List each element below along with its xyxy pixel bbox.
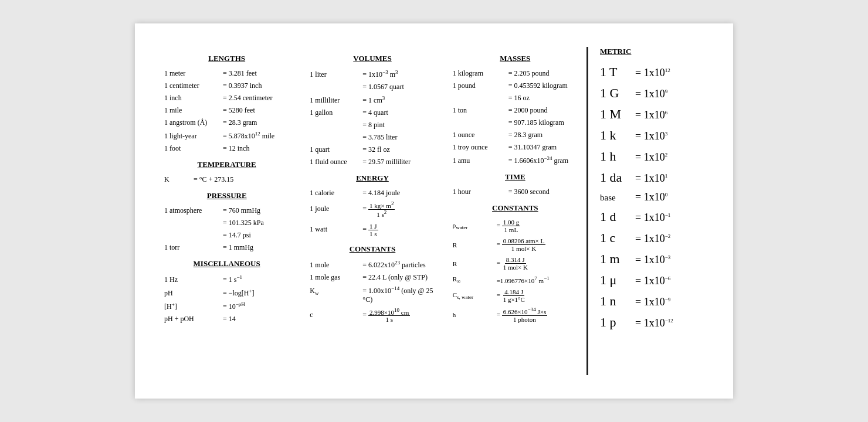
fraction-den: 1 mol× K — [510, 245, 537, 252]
metric-row-m: 1 m = 1x10−3 — [600, 251, 704, 267]
constants-mid-title: CONSTANTS — [310, 244, 435, 254]
row-label: 1 light-year — [164, 132, 223, 141]
row-label: R — [453, 260, 497, 267]
table-row: = 101.325 kPa — [164, 219, 289, 227]
fraction-h: 6.626×10−34 J×s 1 photon — [502, 307, 548, 323]
row-value: = 1 s−1 — [223, 274, 242, 284]
metric-label: 1 h — [600, 149, 635, 164]
masses-title: MASSES — [453, 54, 578, 63]
row-label: 1 quart — [310, 145, 362, 154]
row-value: = 4.184 joule — [362, 189, 400, 198]
row-label: h — [453, 311, 497, 318]
metric-row-n: 1 n = 1x10−9 — [600, 294, 704, 309]
fraction-joule: 1 kg× m2 1 s2 — [368, 201, 395, 218]
row-label: 1 angstrom (Å) — [164, 118, 223, 127]
temperature-title: TEMPERATURE — [164, 160, 289, 169]
table-row: 1 inch = 2.54 centimeter — [164, 94, 289, 103]
row-label: 1 ounce — [453, 131, 508, 139]
volumes-title: VOLUMES — [310, 54, 435, 63]
row-label: 1 liter — [310, 70, 362, 79]
row-value: = 1 kg× m2 1 s2 — [362, 201, 395, 218]
fraction-rhowater: 1.00 g 1 mL — [502, 219, 521, 233]
metric-label: 1 G — [600, 86, 635, 101]
row-value: = 0.453592 kilogram — [508, 81, 568, 90]
table-row: 1 light-year = 5.878x1012 mile — [164, 131, 289, 141]
row-value: = 28.3 gram — [223, 118, 257, 127]
metric-label: 1 μ — [600, 273, 635, 288]
metric-value: = 1x100 — [635, 191, 667, 203]
row-value: = 22.4 L (only @ STP) — [362, 273, 428, 282]
table-row: 1 calorie = 4.184 joule — [310, 189, 435, 198]
row-value: = 16 oz — [508, 94, 530, 103]
fraction-num: 0.08206 atm× L — [502, 237, 546, 245]
table-row: [H+] = 10−pH — [164, 301, 289, 311]
row-value: = 6.626×10−34 J×s 1 photon — [497, 307, 548, 323]
table-row: 1 pound = 0.453592 kilogram — [453, 81, 578, 90]
metric-label: 1 da — [600, 170, 635, 185]
row-label: R — [453, 241, 497, 249]
metric-label: 1 d — [600, 209, 635, 224]
row-value: = 32 fl oz — [362, 145, 389, 154]
row-value: = 12 inch — [223, 144, 249, 153]
row-label: 1 centimeter — [164, 81, 223, 90]
fraction-R1: 0.08206 atm× L 1 mol× K — [502, 237, 546, 252]
metric-value: = 1x10−1 — [635, 212, 670, 224]
metric-label: 1 T — [600, 64, 635, 80]
row-label: [H+] — [164, 301, 223, 311]
table-row: 1 hour = 3600 second — [453, 188, 578, 196]
row-value: = 8 pint — [362, 121, 384, 130]
metric-label: 1 k — [600, 128, 635, 143]
metric-label: 1 M — [600, 107, 635, 122]
table-row: 1 mole gas = 22.4 L (only @ STP) — [310, 273, 435, 282]
table-row: = 1.0567 quart — [310, 83, 435, 91]
table-row: 1 meter = 3.281 feet — [164, 69, 289, 78]
table-row: = 16 oz — [453, 94, 578, 103]
row-label: 1 hour — [453, 188, 508, 196]
metric-label: base — [600, 193, 635, 203]
fraction-R2: 8.314 J 1 mol× K — [502, 256, 529, 271]
table-row: 1 foot = 12 inch — [164, 144, 289, 153]
metric-row-base: base = 1x100 — [600, 191, 704, 203]
row-label: 1 atmosphere — [164, 206, 223, 215]
misc-title: MISCELLANEOUS — [164, 259, 289, 268]
fraction-cs: 4.184 J 1 g×1°C — [502, 288, 526, 303]
table-row: 1 atmosphere = 760 mmHg — [164, 206, 289, 215]
right-section: MASSES 1 kilogram = 2.205 pound 1 pound … — [444, 47, 586, 375]
metric-row-p: 1 p = 1x10−12 — [600, 315, 704, 330]
row-value: = 2.205 pound — [508, 69, 550, 78]
table-row: 1 fluid ounce = 29.57 milliliter — [310, 158, 435, 166]
table-row: pH + pOH = 14 — [164, 315, 289, 324]
temperature-section: TEMPERATURE K = °C + 273.15 — [164, 160, 289, 184]
time-section: TIME 1 hour = 3600 second — [453, 172, 578, 196]
fraction-c: 2.998×1010 cm 1 s — [368, 308, 410, 324]
metric-label: 1 p — [600, 315, 635, 330]
lengths-title: LENGTHS — [164, 54, 289, 63]
row-value: = 3.281 feet — [223, 69, 257, 78]
energy-title: ENERGY — [310, 173, 435, 183]
table-row: ρwater = 1.00 g 1 mL — [453, 219, 578, 233]
row-value: = 0.3937 inch — [223, 81, 262, 90]
table-row: 1 quart = 32 fl oz — [310, 145, 435, 154]
table-row: = 8 pint — [310, 121, 435, 130]
row-value: = 10−pH — [223, 301, 245, 311]
table-row: 1 angstrom (Å) = 28.3 gram — [164, 118, 289, 127]
table-row: 1 kilogram = 2.205 pound — [453, 69, 578, 78]
table-row: 1 torr = 1 mmHg — [164, 243, 289, 252]
misc-section: MISCELLANEOUS 1 Hz = 1 s−1 pH = −log[H+]… — [164, 259, 289, 324]
row-value: = 29.57 milliliter — [362, 158, 411, 166]
row-label: 1 troy ounce — [453, 143, 508, 152]
row-label: Cs, water — [453, 291, 497, 300]
row-value: =1.096776×107 m−1 — [497, 275, 550, 284]
metric-row-c: 1 c = 1x10−2 — [600, 230, 704, 246]
row-label: 1 mole — [310, 261, 362, 270]
fraction-num: 4.184 J — [503, 288, 524, 296]
row-value: = 14 — [223, 315, 236, 324]
metric-value: = 1x106 — [635, 109, 667, 121]
row-label: R∞ — [453, 275, 497, 284]
metric-row-k: 1 k = 1x103 — [600, 128, 704, 143]
table-row: Cs, water = 4.184 J 1 g×1°C — [453, 288, 578, 303]
metric-value: = 1x10−6 — [635, 275, 670, 287]
table-row: h = 6.626×10−34 J×s 1 photon — [453, 307, 578, 323]
volumes-section: VOLUMES 1 liter = 1x10−3 m3 = 1.0567 qua… — [310, 54, 435, 166]
row-value: = 5.878x1012 mile — [223, 131, 274, 141]
